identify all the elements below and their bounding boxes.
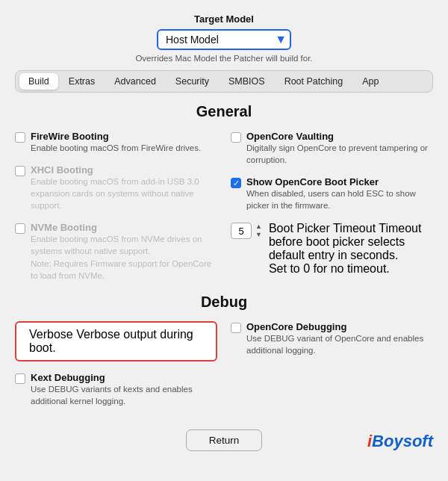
debug-section: Debug Verbose Verbose output during boot… (15, 294, 433, 407)
general-left-col: FireWire Booting Enable booting macOS fr… (15, 131, 217, 282)
model-select-wrapper: Host Model MacPro7,1 iMac20,1 MacBookPro… (157, 29, 291, 50)
target-model-section: Target Model Host Model MacPro7,1 iMac20… (0, 13, 448, 63)
nvme-booting-checkbox[interactable] (15, 223, 25, 234)
opencore-debugging-desc: Use DEBUG variant of OpenCore and enable… (246, 332, 433, 356)
firewire-booting-title: FireWire Booting (31, 131, 201, 142)
opencore-vaulting-title: OpenCore Vaulting (246, 131, 433, 142)
verbose-text: Verbose Verbose output during boot. (29, 328, 208, 355)
tab-root-patching[interactable]: Root Patching (276, 73, 352, 90)
show-boot-picker-text: Show OpenCore Boot Picker When disabled,… (246, 176, 433, 211)
debug-title: Debug (15, 294, 433, 311)
boot-picker-timeout-text: Boot Picker Timeout Timeout before boot … (269, 222, 433, 276)
kext-debugging-desc: Use DEBUG variants of kexts and enables … (31, 383, 217, 407)
nvme-booting-desc: Enable booting macOS from NVMe drives on… (31, 233, 217, 281)
debug-left-col: Verbose Verbose output during boot. Kext… (15, 321, 217, 407)
opencore-debugging-checkbox[interactable] (231, 323, 241, 333)
boot-picker-timeout-title: Boot Picker Timeout (269, 222, 376, 235)
main-content: General FireWire Booting Enable booting … (15, 103, 433, 413)
option-verbose: Verbose Verbose output during boot. (15, 321, 217, 361)
firewire-booting-checkbox[interactable] (15, 132, 25, 143)
opencore-vaulting-desc: Digitally sign OpenCore to prevent tampe… (246, 142, 433, 166)
firewire-booting-desc: Enable booting macOS from FireWire drive… (31, 142, 201, 154)
debug-right-col: OpenCore Debugging Use DEBUG variant of … (231, 321, 433, 407)
xhci-booting-desc: Enable booting macOS from add-in USB 3.0… (31, 176, 217, 211)
kext-debugging-title: Kext Debugging (31, 372, 217, 383)
show-boot-picker-checkbox[interactable] (231, 178, 241, 188)
opencore-debugging-text: OpenCore Debugging Use DEBUG variant of … (246, 321, 433, 356)
nvme-booting-title: NVMe Booting (31, 222, 217, 233)
opencore-vaulting-checkbox[interactable] (231, 132, 241, 143)
option-nvme-booting: NVMe Booting Enable booting macOS from N… (15, 222, 217, 281)
debug-columns: Verbose Verbose output during boot. Kext… (15, 321, 433, 407)
boot-picker-timeout-stepper[interactable]: 5 ▲ ▼ (231, 223, 264, 239)
opencore-debugging-title: OpenCore Debugging (246, 321, 433, 332)
option-xhci-booting: XHCI Booting Enable booting macOS from a… (15, 164, 217, 211)
verbose-title: Verbose (29, 328, 73, 341)
tab-build[interactable]: Build (19, 73, 58, 90)
general-columns: FireWire Booting Enable booting macOS fr… (15, 131, 433, 282)
stepper-up-icon[interactable]: ▲ (254, 223, 264, 231)
iboysoft-logo: iBoysoft (367, 432, 433, 451)
nvme-booting-text: NVMe Booting Enable booting macOS from N… (31, 222, 217, 281)
tab-advanced[interactable]: Advanced (105, 73, 165, 90)
option-boot-picker-timeout: 5 ▲ ▼ Boot Picker Timeout Timeout before… (231, 222, 433, 276)
tab-security[interactable]: Security (167, 73, 218, 90)
kext-debugging-checkbox[interactable] (15, 373, 25, 384)
firewire-booting-text: FireWire Booting Enable booting macOS fr… (31, 131, 201, 154)
xhci-booting-text: XHCI Booting Enable booting macOS from a… (31, 164, 217, 211)
option-firewire-booting: FireWire Booting Enable booting macOS fr… (15, 131, 217, 154)
stepper-down-icon[interactable]: ▼ (254, 231, 264, 239)
return-button[interactable]: Return (186, 429, 263, 451)
kext-debugging-text: Kext Debugging Use DEBUG variants of kex… (31, 372, 217, 407)
tab-smbios[interactable]: SMBIOS (220, 73, 274, 90)
xhci-booting-title: XHCI Booting (31, 164, 217, 176)
option-kext-debugging: Kext Debugging Use DEBUG variants of kex… (15, 372, 217, 407)
target-model-description: Overrides Mac Model the Patcher will bui… (135, 54, 312, 63)
show-boot-picker-title: Show OpenCore Boot Picker (246, 176, 433, 187)
tab-app[interactable]: App (353, 73, 388, 90)
tabs-bar: Build Extras Advanced Security SMBIOS Ro… (15, 70, 433, 93)
show-boot-picker-desc: When disabled, users can hold ESC to sho… (246, 187, 433, 211)
model-select[interactable]: Host Model MacPro7,1 iMac20,1 MacBookPro… (157, 29, 291, 50)
boot-picker-timeout-value: 5 (231, 223, 252, 239)
general-title: General (15, 103, 433, 120)
footer: Return iBoysoft (15, 429, 433, 451)
target-model-label: Target Model (194, 13, 254, 25)
option-opencore-vaulting: OpenCore Vaulting Digitally sign OpenCor… (231, 131, 433, 166)
tab-extras[interactable]: Extras (60, 73, 104, 90)
option-show-boot-picker: Show OpenCore Boot Picker When disabled,… (231, 176, 433, 211)
opencore-vaulting-text: OpenCore Vaulting Digitally sign OpenCor… (246, 131, 433, 166)
general-right-col: OpenCore Vaulting Digitally sign OpenCor… (231, 131, 433, 282)
xhci-booting-checkbox[interactable] (15, 166, 25, 176)
option-opencore-debugging: OpenCore Debugging Use DEBUG variant of … (231, 321, 433, 356)
stepper-arrows: ▲ ▼ (254, 223, 264, 239)
